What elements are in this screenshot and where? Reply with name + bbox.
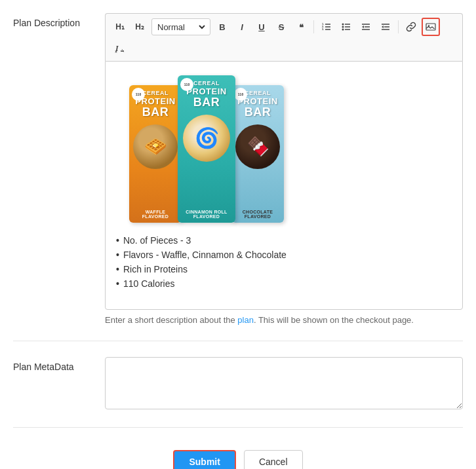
submit-row: Submit Cancel [13,443,463,469]
underline-button[interactable]: U [252,18,271,36]
help-text-before: Enter a short description about the [105,315,237,325]
flavor-label-cinnamon: CINNAMON ROLLFLAVORED [184,208,228,223]
image-button[interactable] [422,18,440,36]
food-icon-waffle: 🧇 [133,124,178,169]
link-button[interactable] [402,18,420,36]
plan-description-row: Plan Description H₁ H₂ Normal Heading 1 … [13,13,463,341]
bar-chocolate: 110 CEREAL PROTEIN BAR 🍫 CHOCOLATEFLAVOR… [231,85,284,223]
metadata-textarea[interactable] [105,357,463,409]
flavor-label-chocolate: CHOCOLATEFLAVORED [241,208,275,223]
indent-left-button[interactable] [357,18,375,36]
format-select[interactable]: Normal Heading 1 Heading 2 Heading 3 [155,22,207,33]
cancel-button[interactable]: Cancel [244,450,303,469]
unordered-list-button[interactable] [337,18,355,36]
calorie-badge-cinnamon: 110 [180,78,193,91]
bullet-item-pieces: No. of Pieces - 3 [116,233,452,248]
calorie-badge-waffle: 110 [132,88,145,101]
quote-button[interactable]: ❝ [292,18,310,36]
bullet-item-proteins-text: Rich in Proteins [123,264,188,274]
clear-format-button[interactable]: I ₓ [111,39,129,57]
flavor-label-waffle: WAFFLEFLAVORED [141,208,170,223]
toolbar-sep-2 [398,20,399,33]
svg-text:3.: 3. [322,28,324,31]
help-text: Enter a short description about the plan… [105,315,463,325]
cereal-bars: 110 CEREAL PROTEIN BAR 🧇 WAFFLEFLAVORED … [129,72,284,223]
bullet-item-flavors-text: Flavors - Waffle, Cinnamon & Chocolate [123,250,287,260]
food-icon-cinnamon: 🌀 [183,115,230,162]
product-image-container: 110 CEREAL PROTEIN BAR 🧇 WAFFLEFLAVORED … [116,72,452,223]
bullet-list: No. of Pieces - 3 Flavors - Waffle, Cinn… [116,233,452,291]
italic-button[interactable]: I [233,18,251,36]
bar-waffle: 110 CEREAL PROTEIN BAR 🧇 WAFFLEFLAVORED [129,85,182,223]
submit-button[interactable]: Submit [173,450,235,469]
editor-area[interactable]: 110 CEREAL PROTEIN BAR 🧇 WAFFLEFLAVORED … [105,61,463,310]
h1-button[interactable]: H₁ [111,18,129,36]
svg-marker-19 [382,26,384,28]
svg-point-8 [342,29,344,31]
indent-right-button[interactable] [376,18,395,36]
bar-cinnamon: 110 CEREAL PROTEIN BAR 🌀 CINNAMON ROLLFL… [178,75,235,223]
bullet-item-calories: 110 Calories [116,276,452,291]
svg-text:ₓ: ₓ [115,48,117,53]
svg-point-7 [342,26,344,28]
bold-button[interactable]: B [213,18,231,36]
food-icon-chocolate: 🍫 [235,124,280,169]
help-text-link[interactable]: plan [237,315,254,325]
bullet-item-proteins: Rich in Proteins [116,262,452,276]
plan-description-content: H₁ H₂ Normal Heading 1 Heading 2 Heading… [105,13,463,325]
format-select-wrap[interactable]: Normal Heading 1 Heading 2 Heading 3 [151,18,210,35]
svg-marker-15 [362,26,364,28]
help-text-after: . This will be shown on the checkout pag… [254,315,414,325]
editor-toolbar: H₁ H₂ Normal Heading 1 Heading 2 Heading… [105,13,463,61]
strikethrough-button[interactable]: S [272,18,290,36]
bullet-item-calories-text: 110 Calories [123,278,175,289]
toolbar-sep-1 [313,20,314,33]
ordered-list-button[interactable]: 1. 2. 3. [317,18,336,36]
bullet-item-flavors: Flavors - Waffle, Cinnamon & Chocolate [116,248,452,262]
bullet-item-pieces-text: No. of Pieces - 3 [123,235,191,246]
calorie-badge-chocolate: 110 [234,88,247,101]
svg-point-6 [342,24,344,26]
plan-metadata-content [105,357,463,411]
h2-button[interactable]: H₂ [130,18,149,36]
plan-metadata-row: Plan MetaData [13,357,463,428]
plan-description-label: Plan Description [13,13,105,30]
plan-metadata-label: Plan MetaData [13,357,105,374]
